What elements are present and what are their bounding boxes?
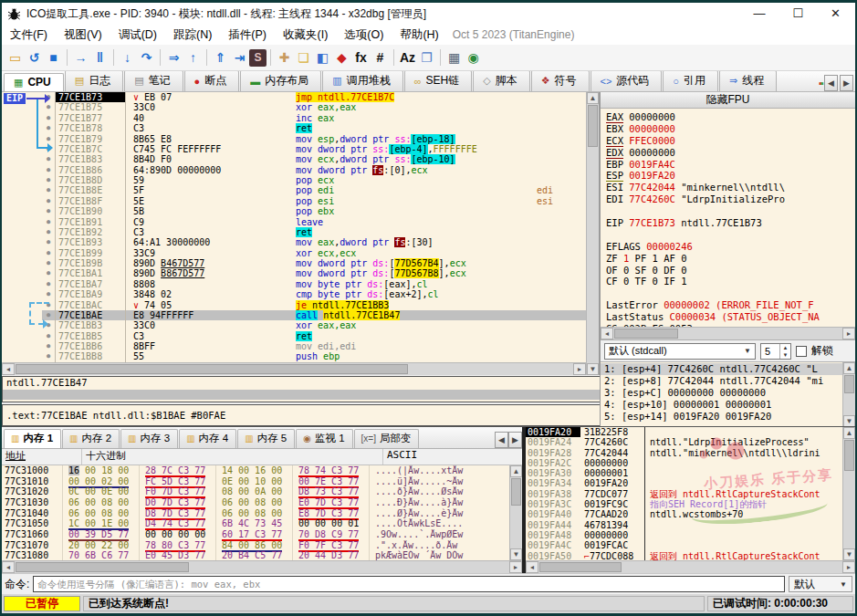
stack-row[interactable]: 0019FA3877CDC077返回到 ntdll.RtlCaptureStac… bbox=[526, 489, 842, 499]
dump-row[interactable]: 77C3106000 39 D5 7700 00 00 0060 17 C3 7… bbox=[2, 529, 509, 540]
execute-till-return-button[interactable]: ⇑ bbox=[211, 48, 230, 68]
breakpoint-dot[interactable]: ● bbox=[42, 217, 55, 227]
disasm-row[interactable]: ●77CE1B8E5Fpop ediedi bbox=[2, 185, 586, 195]
dump-tab-内存 1[interactable]: ▥内存 1 bbox=[4, 429, 61, 448]
register-row[interactable]: ESP 0019FA20 bbox=[606, 170, 855, 182]
breakpoint-dot[interactable]: ● bbox=[42, 268, 55, 278]
dump-tab-监视 1[interactable]: ◉监视 1 bbox=[296, 429, 352, 448]
breakpoint-dot[interactable]: ● bbox=[42, 279, 55, 289]
disasm-row[interactable]: ●77CE1B798B65 E8mov esp,dword ptr ss:[eb… bbox=[2, 134, 586, 144]
breakpoint-dot[interactable]: ● bbox=[42, 175, 55, 185]
register-row[interactable]: ESI 77C42044 "minkernel\\ntdll\ bbox=[606, 182, 855, 193]
tab-引用[interactable]: ○引用 bbox=[663, 71, 718, 91]
step-into-button[interactable]: ↓ bbox=[118, 48, 137, 68]
breakpoint-dot[interactable]: ● bbox=[42, 331, 55, 341]
dump-row[interactable]: 77C3104006 00 08 00D8 7D C3 7706 00 08 0… bbox=[2, 508, 509, 519]
disasm-row[interactable]: ●77CE1BB855push ebp bbox=[2, 351, 586, 361]
tab-调用堆栈[interactable]: ▥调用堆栈 bbox=[322, 71, 402, 91]
dump-row[interactable]: 77C3107020 00 22 0078 80 C3 7784 00 86 0… bbox=[2, 540, 509, 551]
disasm-row[interactable]: ●77CE1B9933C9xor ecx,ecx bbox=[2, 248, 586, 258]
dump-tab-scroll-right-button[interactable]: ▶ bbox=[508, 432, 522, 448]
breakpoint-dot[interactable]: ● bbox=[42, 341, 55, 351]
disasm-row[interactable]: ●77CE1B905Bpop ebx bbox=[2, 206, 586, 216]
close-button[interactable]: ✕ bbox=[831, 5, 841, 23]
stack-row[interactable]: 0019FA3C0019FC9C指向SEH_Record[1]的指针 bbox=[526, 499, 842, 509]
open-file-button[interactable]: ▭ bbox=[5, 48, 25, 68]
run-button[interactable]: → bbox=[71, 48, 90, 68]
argument-row[interactable]: 4: [esp+10] 00000001 00000001 bbox=[601, 399, 842, 411]
dump-tab-scroll-left-button[interactable]: ◀ bbox=[495, 432, 508, 448]
maximize-button[interactable]: ☐ bbox=[792, 5, 803, 23]
breakpoint-dot[interactable]: ● bbox=[42, 237, 55, 247]
dump-header-hex[interactable]: 十六进制 bbox=[82, 449, 383, 465]
tab-笔记[interactable]: ▤笔记 bbox=[124, 71, 183, 91]
stack-row[interactable]: 0019FA2031B225F8 bbox=[526, 427, 842, 437]
tab-CPU[interactable]: ▦CPU bbox=[4, 73, 64, 91]
scylla-button[interactable]: S bbox=[249, 49, 267, 67]
register-row[interactable] bbox=[606, 229, 855, 241]
disasm-row[interactable]: ●77CE1BAEE8 94FFFFFFcall ntdll.77CE1B47 bbox=[2, 310, 586, 320]
register-row[interactable]: EDX 00000000 bbox=[606, 147, 855, 159]
run-to-selection-button[interactable]: ⇒ bbox=[164, 48, 183, 68]
register-row[interactable] bbox=[606, 205, 855, 217]
disasm-row[interactable]: ●77CE1BA78808mov byte ptr ds:[eax],cl bbox=[2, 279, 586, 289]
breakpoint-dot[interactable]: ● bbox=[42, 102, 55, 112]
disasm-row[interactable]: ●77CE1BB5C3ret bbox=[2, 331, 586, 341]
dump-tab-内存 4[interactable]: ▥内存 4 bbox=[179, 429, 236, 448]
breakpoint-dot[interactable]: ● bbox=[42, 227, 55, 237]
disasm-row[interactable]: ●77CE1B9B890D B467D577mov dword ptr ds:[… bbox=[2, 258, 586, 268]
disasm-row[interactable]: ●77CE1BB68BFFmov edi,edi bbox=[2, 341, 586, 351]
dump-row[interactable]: 77C3108070 6B C6 77E0 45 D3 7720 B4 C5 7… bbox=[2, 550, 509, 560]
arguments-vscrollbar[interactable]: ▲▼ bbox=[842, 362, 855, 427]
tab-日志[interactable]: ▤日志 bbox=[65, 71, 123, 91]
register-row[interactable] bbox=[606, 287, 855, 299]
disasm-row[interactable]: ●77CE1B7CC745 FC FEFFFFFFmov dword ptr s… bbox=[2, 144, 586, 154]
argument-row[interactable]: 1: [esp+4] 77C4260C ntdll.77C4260C "L bbox=[601, 363, 842, 375]
tab-符号[interactable]: ❖符号 bbox=[531, 71, 590, 91]
disasm-row[interactable]: ●77CE1B7740inc eax bbox=[2, 113, 586, 123]
dump-vscrollbar[interactable]: ▲▼ bbox=[509, 465, 522, 560]
stack-row[interactable]: 0019FA340019FA20 bbox=[526, 478, 842, 488]
labels-button[interactable]: ◧ bbox=[313, 48, 332, 68]
tab-断点[interactable]: ●断点 bbox=[184, 71, 240, 91]
hide-fpu-button[interactable]: 隐藏FPU bbox=[601, 92, 855, 109]
register-row[interactable]: OF 0 SF 0 DF 0 bbox=[606, 265, 855, 277]
argument-row[interactable]: 5: [esp+14] 0019FA20 0019FA20 bbox=[601, 411, 842, 423]
breakpoint-dot[interactable]: ● bbox=[42, 351, 55, 361]
breakpoint-dot[interactable]: ● bbox=[42, 154, 55, 164]
pause-button[interactable]: ‖ bbox=[90, 48, 110, 68]
menu-item[interactable]: 帮助(H) bbox=[392, 28, 446, 41]
tab-scroll-left-button[interactable]: ◀ bbox=[824, 75, 838, 91]
dump-row[interactable]: 77C3100016 00 18 0028 7C C3 7714 00 16 0… bbox=[2, 465, 509, 476]
menu-item[interactable]: 收藏夹(I) bbox=[275, 28, 336, 41]
register-row[interactable]: CF 0 TF 0 IF 1 bbox=[606, 276, 855, 287]
calling-convention-select[interactable]: 默认 (stdcall)▼ bbox=[604, 343, 756, 360]
breakpoint-dot[interactable]: ● bbox=[42, 248, 55, 258]
menu-item[interactable]: 视图(V) bbox=[56, 28, 110, 41]
dump-tab-内存 3[interactable]: ▥内存 3 bbox=[120, 429, 178, 448]
comments-button[interactable]: ❏ bbox=[294, 48, 313, 68]
disasm-row[interactable]: ●77CE1BB333C0xor eax,eax bbox=[2, 320, 586, 330]
stack-row[interactable]: 0019FA2477C4260Cntdll."LdrpInitializePro… bbox=[526, 437, 842, 447]
tab-线程[interactable]: ⇒线程 bbox=[719, 71, 777, 91]
disasm-row[interactable]: ●77CE1BA1890D B867D577mov dword ptr ds:[… bbox=[2, 268, 586, 278]
bookmarks-button[interactable]: ◆ bbox=[332, 48, 351, 68]
stack-vscrollbar[interactable]: ▲▼ bbox=[842, 427, 855, 560]
dump-row[interactable]: 77C3101000 00 02 00FC 5D C3 770E 00 10 0… bbox=[2, 476, 509, 487]
topmost-button[interactable]: ❐ bbox=[417, 48, 436, 68]
arg-count-spinner[interactable]: 5▲▼ bbox=[760, 343, 791, 360]
register-row[interactable]: EFLAGS 00000246 bbox=[606, 241, 855, 253]
disasm-row[interactable]: ●77CE1B92C3ret bbox=[2, 227, 586, 237]
dump-tab-局部变[interactable]: [x=]局部变 bbox=[354, 429, 420, 448]
disasm-row[interactable]: ●77CE1BAC∨ 74 05je ntdll.77CE1BB3 bbox=[2, 300, 586, 310]
dump-header-address[interactable]: 地址 bbox=[2, 449, 82, 465]
run-to-user-code-button[interactable]: ⇥ bbox=[230, 48, 249, 68]
disasm-row[interactable]: ●77CE1B8D59pop ecx bbox=[2, 175, 586, 185]
step-over-button[interactable]: ↷ bbox=[137, 48, 156, 68]
registers-hscrollbar[interactable]: ◂▸ bbox=[601, 327, 855, 339]
breakpoint-dot[interactable]: ● bbox=[42, 185, 55, 195]
dump-header-ascii[interactable]: ASCII bbox=[383, 449, 522, 465]
stack-hscrollbar[interactable]: ◂▸ bbox=[526, 560, 855, 573]
tab-SEH链[interactable]: ∞SEH链 bbox=[404, 71, 473, 91]
register-row[interactable]: EAX 00000000 bbox=[606, 111, 855, 123]
